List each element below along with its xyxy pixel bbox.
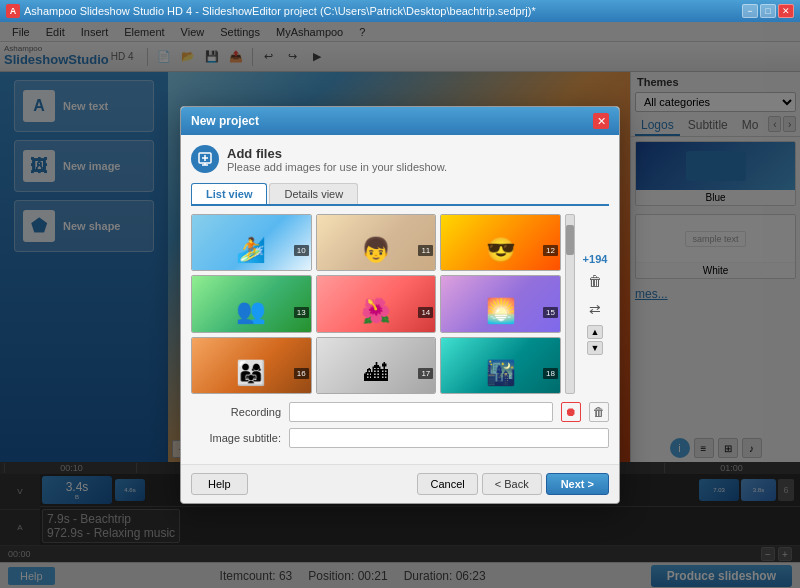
recording-row: Recording ⏺ 🗑 xyxy=(191,402,609,422)
step-text: Add files Please add images for use in y… xyxy=(227,146,447,173)
thumb-img-13: 👥 xyxy=(192,276,311,332)
up-down-btns: ▲ ▼ xyxy=(587,325,603,355)
image-thumb-17[interactable]: 🏙 17 Moscow xyxy=(316,337,437,394)
delete-image-btn[interactable]: 🗑 xyxy=(581,269,609,293)
scrollbar-thumb xyxy=(566,225,574,255)
thumb-num-16: 16 xyxy=(294,368,309,379)
image-thumb-10[interactable]: 🏄 10 23558726 xyxy=(191,214,312,271)
image-thumb-18[interactable]: 🌃 18 NewYork xyxy=(440,337,561,394)
thumb-img-18: 🌃 xyxy=(441,338,560,394)
thumb-num-15: 15 xyxy=(543,307,558,318)
side-actions: +194 🗑 ⇄ ▲ ▼ xyxy=(581,214,609,394)
add-files-icon xyxy=(197,151,213,167)
image-thumb-12[interactable]: 😎 12 30263212 xyxy=(440,214,561,271)
title-bar: A Ashampoo Slideshow Studio HD 4 - Slide… xyxy=(0,0,800,22)
image-grid: 🏄 10 23558726 👦 11 30248994 😎 12 xyxy=(191,214,561,394)
close-button[interactable]: ✕ xyxy=(778,4,794,18)
thumb-img-10: 🏄 xyxy=(192,215,311,271)
new-project-modal: New project ✕ Add files Please xyxy=(180,106,620,504)
thumb-img-16: 👨‍👩‍👧 xyxy=(192,338,311,394)
subtitle-label: Image subtitle: xyxy=(191,432,281,444)
recording-label: Recording xyxy=(191,406,281,418)
subtitle-input[interactable] xyxy=(289,428,609,448)
view-tabs: List view Details view xyxy=(191,183,609,206)
step-title: Add files xyxy=(227,146,447,161)
thumb-num-18: 18 xyxy=(543,368,558,379)
thumb-num-11: 11 xyxy=(418,245,433,256)
image-section: 🏄 10 23558726 👦 11 30248994 😎 12 xyxy=(191,214,609,394)
image-grid-scrollbar[interactable] xyxy=(565,214,575,394)
modal-cancel-button[interactable]: Cancel xyxy=(417,473,477,495)
thumb-num-17: 17 xyxy=(418,368,433,379)
grid-and-scroll: 🏄 10 23558726 👦 11 30248994 😎 12 xyxy=(191,214,575,394)
modal-help-button[interactable]: Help xyxy=(191,473,248,495)
tab-list-view[interactable]: List view xyxy=(191,183,267,204)
modal-next-button[interactable]: Next > xyxy=(546,473,609,495)
thumb-num-10: 10 xyxy=(294,245,309,256)
recording-delete-btn[interactable]: 🗑 xyxy=(589,402,609,422)
thumb-img-11: 👦 xyxy=(317,215,436,271)
recording-input[interactable] xyxy=(289,402,553,422)
title-bar-left: A Ashampoo Slideshow Studio HD 4 - Slide… xyxy=(6,4,536,18)
thumb-img-17: 🏙 xyxy=(317,338,436,394)
modal-form: Recording ⏺ 🗑 Image subtitle: xyxy=(191,402,609,448)
image-thumb-16[interactable]: 👨‍👩‍👧 16 l_16613215 xyxy=(191,337,312,394)
step-icon xyxy=(191,145,219,173)
maximize-button[interactable]: □ xyxy=(760,4,776,18)
step-subtitle: Please add images for use in your slides… xyxy=(227,161,447,173)
image-thumb-11[interactable]: 👦 11 30248994 xyxy=(316,214,437,271)
modal-header: New project ✕ xyxy=(181,107,619,135)
minimize-button[interactable]: − xyxy=(742,4,758,18)
image-thumb-13[interactable]: 👥 13 52282200_M xyxy=(191,275,312,332)
thumb-num-13: 13 xyxy=(294,307,309,318)
subtitle-row: Image subtitle: xyxy=(191,428,609,448)
modal-title: New project xyxy=(191,114,259,128)
title-bar-controls: − □ ✕ xyxy=(742,4,794,18)
image-thumb-14[interactable]: 🌺 14 _19846968 xyxy=(316,275,437,332)
thumb-num-14: 14 xyxy=(418,307,433,318)
modal-step-header: Add files Please add images for use in y… xyxy=(191,145,609,173)
thumb-img-14: 🌺 xyxy=(317,276,436,332)
modal-overlay: New project ✕ Add files Please xyxy=(0,22,800,588)
shuffle-btn[interactable]: ⇄ xyxy=(581,297,609,321)
move-up-btn[interactable]: ▲ xyxy=(587,325,603,339)
recording-record-btn[interactable]: ⏺ xyxy=(561,402,581,422)
add-count-badge: +194 xyxy=(583,253,608,265)
modal-body: Add files Please add images for use in y… xyxy=(181,135,619,464)
tab-details-view[interactable]: Details view xyxy=(269,183,358,204)
footer-nav: Cancel < Back Next > xyxy=(417,473,609,495)
modal-back-button[interactable]: < Back xyxy=(482,473,542,495)
thumb-img-12: 😎 xyxy=(441,215,560,271)
move-down-btn[interactable]: ▼ xyxy=(587,341,603,355)
modal-footer: Help Cancel < Back Next > xyxy=(181,464,619,503)
app-icon: A xyxy=(6,4,20,18)
thumb-img-15: 🌅 xyxy=(441,276,560,332)
thumb-num-12: 12 xyxy=(543,245,558,256)
image-thumb-15[interactable]: 🌅 15 _26104816 xyxy=(440,275,561,332)
title-bar-text: Ashampoo Slideshow Studio HD 4 - Slidesh… xyxy=(24,5,536,17)
modal-close-button[interactable]: ✕ xyxy=(593,113,609,129)
